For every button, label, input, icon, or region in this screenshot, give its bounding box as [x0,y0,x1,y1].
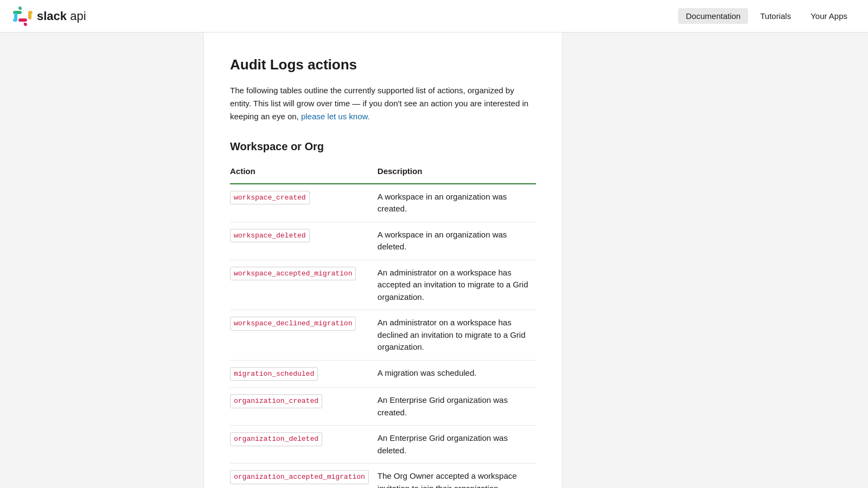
table-cell-action: workspace_created [230,184,378,222]
page-wrapper: Audit Logs actions The following tables … [0,33,868,488]
table-cell-description: A workspace in an organization was creat… [378,184,536,222]
table-cell-description: An Enterprise Grid organization was crea… [378,388,536,426]
table-header-row: Action Description [230,165,536,184]
section-heading: Workspace or Org [230,138,536,155]
nav-links: Documentation Tutorials Your Apps [678,8,855,24]
action-code-badge: organization_accepted_migration [230,470,369,484]
action-code-badge: organization_created [230,394,322,408]
table-cell-description: A migration was scheduled. [378,360,536,388]
table-cell-action: organization_created [230,388,378,426]
table-cell-action: workspace_deleted [230,222,378,260]
table-cell-action: migration_scheduled [230,360,378,388]
left-sidebar [0,33,203,488]
page-intro: The following tables outline the current… [230,84,536,123]
table-row: workspace_declined_migrationAn administr… [230,310,536,361]
table-cell-action: workspace_declined_migration [230,310,378,361]
table-cell-description: A workspace in an organization was delet… [378,222,536,260]
action-code-badge: workspace_deleted [230,229,310,243]
table-row: organization_deletedAn Enterprise Grid o… [230,426,536,464]
action-code-badge: workspace_accepted_migration [230,267,356,281]
actions-table: Action Description workspace_createdA wo… [230,165,536,488]
nav-documentation[interactable]: Documentation [678,8,748,24]
col-header-description: Description [378,165,536,184]
intro-link[interactable]: please let us know. [301,112,370,121]
table-cell-action: organization_accepted_migration [230,464,378,489]
right-sidebar [563,33,869,488]
nav-your-apps[interactable]: Your Apps [803,8,855,24]
table-cell-description: An administrator on a workspace has acce… [378,260,536,310]
table-row: workspace_createdA workspace in an organ… [230,184,536,222]
table-row: organization_accepted_migrationThe Org O… [230,464,536,489]
intro-text: The following tables outline the current… [230,86,528,121]
slack-logo-icon [13,7,33,26]
site-title: slack api [37,7,86,25]
table-cell-action: organization_deleted [230,426,378,464]
action-code-badge: workspace_declined_migration [230,317,356,331]
action-code-badge: organization_deleted [230,432,322,446]
nav-tutorials[interactable]: Tutorials [752,8,799,24]
table-row: workspace_deletedA workspace in an organ… [230,222,536,260]
logo-area: slack api [13,7,86,26]
table-row: organization_createdAn Enterprise Grid o… [230,388,536,426]
table-row: migration_scheduledA migration was sched… [230,360,536,388]
navbar: slack api Documentation Tutorials Your A… [0,0,868,33]
main-content: Audit Logs actions The following tables … [203,33,563,488]
table-row: workspace_accepted_migrationAn administr… [230,260,536,310]
table-cell-action: workspace_accepted_migration [230,260,378,310]
action-code-badge: workspace_created [230,191,310,205]
action-code-badge: migration_scheduled [230,367,318,381]
col-header-action: Action [230,165,378,184]
page-title: Audit Logs actions [230,54,536,75]
table-cell-description: The Org Owner accepted a workspace invit… [378,464,536,489]
table-cell-description: An administrator on a workspace has decl… [378,310,536,361]
table-cell-description: An Enterprise Grid organization was dele… [378,426,536,464]
